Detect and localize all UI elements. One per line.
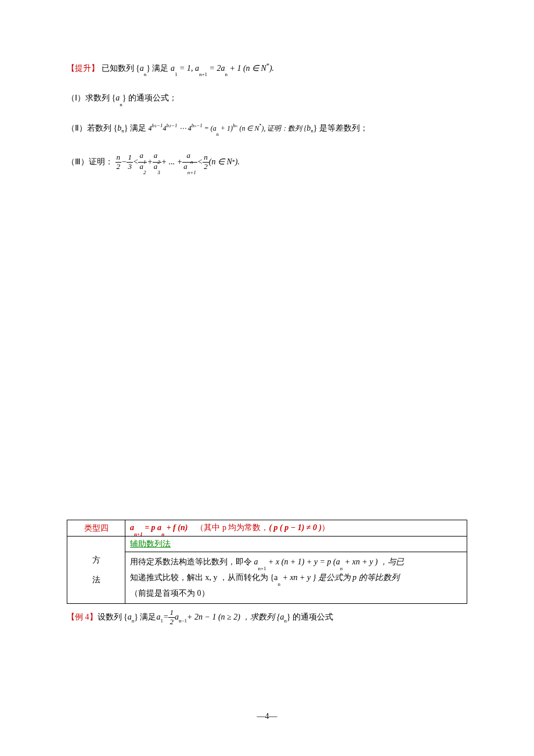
frac-a2a3: a2a3 bbox=[153, 152, 161, 172]
mb-s1: n+1 bbox=[258, 566, 266, 571]
mb-a1: a bbox=[254, 557, 258, 566]
p2-dots: ⋯ bbox=[178, 124, 188, 132]
type-label: 类型四 bbox=[84, 524, 109, 532]
mb2: 知递推式比较，解出 x, y ，从而转化为 {a bbox=[130, 573, 277, 582]
cond1-eq: = 1, bbox=[177, 64, 194, 73]
frac-13: 13 bbox=[127, 153, 133, 171]
ex4-tail2: } 的通项公式 bbox=[287, 611, 333, 624]
part-1: （Ⅰ）求数列 {an} 的通项公式； bbox=[67, 92, 467, 105]
ex4-v1: a bbox=[128, 611, 132, 624]
part-3: （Ⅲ）证明： n2 − 13 < a1a2 + a2a3 + ... + ana… bbox=[67, 152, 240, 172]
ex4-t2: } 满足 bbox=[134, 611, 156, 624]
cond3-tail: + 1 (n ∈ N bbox=[228, 64, 266, 73]
ex4-eq1: = bbox=[163, 611, 168, 624]
method-title: 辅助数列法 bbox=[130, 539, 171, 548]
formula-cell: an+1 = p an + f (n) （其中 p 均为常数，( p ( p −… bbox=[125, 520, 467, 537]
ex4-a2s: n−1 bbox=[179, 617, 187, 625]
ex4-tail1: + 2n − 1 (n ≥ 2) ，求数列 { bbox=[187, 611, 280, 624]
type-label-cell: 类型四 bbox=[67, 520, 125, 537]
frac-anan1: anan+1 bbox=[182, 152, 197, 172]
cond2-a: a bbox=[195, 64, 199, 73]
p2-text: } 满足 bbox=[124, 124, 146, 132]
p1-label: （Ⅰ）求数列 { bbox=[67, 93, 116, 102]
frac-n2: n2 bbox=[116, 153, 122, 171]
p3-label: （Ⅲ）证明： bbox=[67, 156, 113, 168]
p3-tail: (n ∈ N bbox=[209, 156, 232, 168]
formula-note: （其中 p 均为常数， bbox=[196, 523, 269, 532]
mb2-t1: + xn + y } 是公式为 p 的等比数列 bbox=[280, 573, 399, 582]
p1-var: a bbox=[116, 93, 120, 102]
ex4-frac: 12 bbox=[168, 609, 175, 626]
p2-tail: } 是等差数列； bbox=[313, 124, 368, 132]
p1-sub: n bbox=[120, 102, 122, 107]
ex4-t1: 设数列 { bbox=[98, 611, 128, 624]
method-label: 方 法 bbox=[92, 556, 100, 584]
mb-t1: + x (n + 1) + y = p (a bbox=[266, 557, 340, 566]
cond1-sub: 1 bbox=[175, 71, 178, 77]
cond3-sub: n bbox=[225, 71, 228, 77]
frac-n22: n2 bbox=[203, 153, 209, 171]
formula-cond: ( p ( p − 1) ≠ 0 ) bbox=[269, 523, 322, 532]
p2-eq3: (n ∈ N bbox=[237, 124, 259, 132]
ex4-s2: n bbox=[284, 617, 287, 625]
page-number: —4— bbox=[0, 712, 534, 721]
lt1: < bbox=[133, 156, 138, 168]
mb2-s1: n bbox=[277, 581, 280, 587]
p2-e3: bₙ−1 bbox=[192, 123, 203, 128]
cond2-sub: n+1 bbox=[199, 71, 207, 77]
lt2: < bbox=[197, 156, 203, 168]
p2-e2: b₂−1 bbox=[167, 123, 178, 128]
method-body-cell: 用待定系数法构造等比数列，即令 an+1 + x (n + 1) + y = p… bbox=[125, 552, 467, 604]
p2-e1: b₁−1 bbox=[151, 123, 163, 128]
var-a: a bbox=[140, 64, 144, 73]
method-label-cell: 方 法 bbox=[67, 537, 125, 604]
intro-text2: } 满足 bbox=[146, 64, 168, 73]
ex4-s1: n bbox=[132, 617, 135, 625]
p2-label: （Ⅱ）若数列 { bbox=[67, 124, 117, 132]
p2-eqsub: n bbox=[217, 132, 219, 137]
ex4-a2: a bbox=[175, 611, 179, 624]
cond3-end: ). bbox=[269, 64, 274, 73]
frac-a1a2: a1a2 bbox=[138, 152, 147, 172]
problem-intro: 【提升】 已知数列 {an} 满足 a1 = 1, an+1 = 2an + 1… bbox=[67, 61, 467, 75]
ex4-a1s: 1 bbox=[160, 617, 163, 625]
mb1: 用待定系数法构造等比数列，即令 bbox=[130, 557, 254, 566]
formula-end: ） bbox=[322, 523, 330, 532]
formula-text: an+1 = p an + f (n) bbox=[130, 523, 190, 532]
part-2: （Ⅱ）若数列 {bn} 满足 4b₁−14b₂−1 ⋯ 4bₙ−1 = (an … bbox=[67, 121, 467, 135]
type-table: 类型四 an+1 = p an + f (n) （其中 p 均为常数，( p (… bbox=[67, 520, 467, 604]
ex4-label: 【例 4】 bbox=[67, 611, 98, 624]
p3-end: ). bbox=[235, 156, 240, 168]
cond2-eq: = 2 bbox=[207, 64, 221, 73]
method-title-cell: 辅助数列法 bbox=[125, 537, 467, 552]
intro-label: 【提升】 bbox=[67, 64, 99, 73]
cond1-a: a bbox=[171, 64, 175, 73]
dots: + ... + bbox=[161, 156, 182, 168]
p2-eq2: + 1) bbox=[219, 124, 233, 132]
plus1: + bbox=[147, 156, 152, 168]
mb-t2: + xn + y ) ，与已 bbox=[342, 557, 404, 566]
sub-n: n bbox=[144, 71, 147, 77]
example-4: 【例 4】 设数列 {an} 满足 a1 = 12 an−1 + 2n − 1 … bbox=[67, 609, 333, 626]
ex4-a1: a bbox=[156, 611, 160, 624]
intro-text: 已知数列 { bbox=[102, 64, 140, 73]
ex4-v2: a bbox=[280, 611, 284, 624]
p2-eq4: ), 证明：数列 { bbox=[261, 124, 306, 132]
minus: − bbox=[121, 156, 127, 168]
p2-eq: = (a bbox=[203, 124, 217, 132]
mb-s2: n bbox=[340, 566, 343, 571]
mb3: （前提是首项不为 0） bbox=[130, 589, 210, 597]
p1-text: } 的通项公式； bbox=[122, 93, 177, 102]
